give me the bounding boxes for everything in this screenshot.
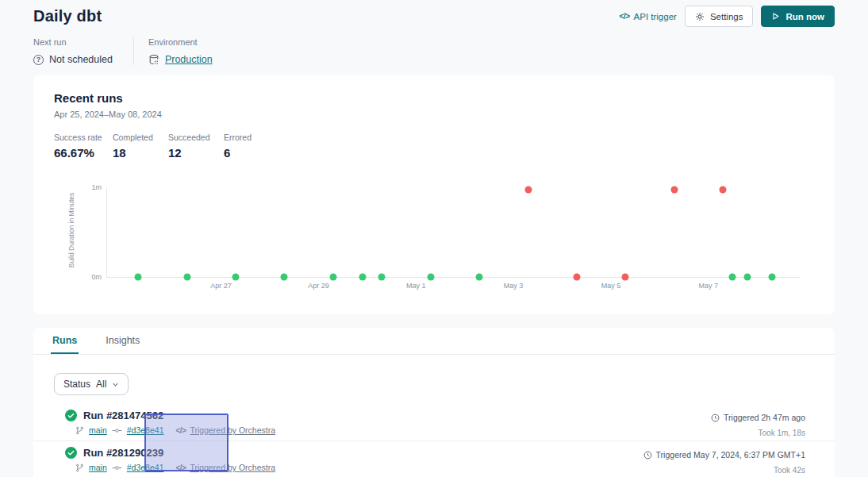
tab-runs[interactable]: Runs — [51, 328, 79, 354]
code-icon: </> — [175, 464, 186, 472]
chart-point-success[interactable] — [768, 274, 775, 281]
chart-xtick: Apr 29 — [308, 282, 329, 290]
chart-point-success[interactable] — [183, 274, 190, 281]
chart-xtick: May 1 — [406, 282, 426, 290]
environment-link[interactable]: Production — [165, 54, 213, 65]
chart-point-success[interactable] — [135, 274, 142, 281]
chart-point-error[interactable] — [524, 187, 532, 194]
settings-button[interactable]: Settings — [685, 6, 754, 27]
run-triggered-text: Triggered May 7, 2024, 6:37 PM GMT+1 — [656, 450, 805, 460]
trigger-source-label: Triggered by Orchestra — [190, 463, 275, 472]
chart-point-success[interactable] — [281, 274, 288, 281]
stat-value: 18 — [113, 146, 168, 160]
stat-label: Completed — [113, 133, 168, 142]
chart-point-success[interactable] — [743, 274, 751, 281]
run-row[interactable]: Run #281474562 main #d3e8e41 </> — [33, 404, 835, 441]
api-trigger-link[interactable]: </> API trigger — [620, 12, 677, 21]
trigger-source-link[interactable]: </> Triggered by Orchestra — [175, 425, 275, 435]
run-now-button[interactable]: Run now — [761, 6, 835, 27]
chart-point-success[interactable] — [378, 274, 386, 281]
run-title[interactable]: Run #281290239 — [83, 447, 163, 459]
run-duration-text: Took 42s — [643, 466, 805, 475]
branch-link[interactable]: main — [89, 463, 107, 472]
next-run-label: Next run — [33, 37, 113, 47]
stat-label: Success rate — [54, 133, 113, 142]
environment-label: Environment — [148, 37, 213, 47]
run-now-label: Run now — [785, 12, 824, 21]
next-run-text: Not scheduled — [49, 54, 113, 65]
tabs: Runs Insights — [33, 328, 835, 355]
stat-label: Errored — [224, 133, 252, 142]
git-branch-icon — [75, 464, 84, 472]
tab-insights[interactable]: Insights — [104, 328, 141, 354]
run-title[interactable]: Run #281474562 — [83, 410, 163, 421]
build-duration-chart: Build Duration in Minutes 1m 0m Apr 27Ap… — [54, 171, 814, 290]
settings-label: Settings — [710, 12, 743, 21]
chart-point-error[interactable] — [573, 274, 580, 281]
help-icon: ? — [33, 55, 44, 65]
chart-point-error[interactable] — [720, 187, 727, 194]
run-row[interactable]: Run #281290239 main #d3e8e41 </> — [33, 441, 835, 477]
status-filter[interactable]: Status All — [54, 373, 129, 395]
trigger-source-link[interactable]: </> Triggered by Orchestra — [175, 463, 275, 472]
stat-label: Succeeded — [168, 133, 224, 142]
chart-ytick-0m: 0m — [91, 273, 102, 281]
check-circle-icon — [65, 447, 77, 459]
next-run-value: ? Not scheduled — [33, 54, 113, 65]
commit-icon — [112, 464, 122, 472]
page-header: Daily dbt </> API trigger Settings — [0, 0, 868, 27]
git-branch-icon — [75, 426, 84, 435]
job-page: Daily dbt </> API trigger Settings — [0, 0, 868, 477]
commit-icon — [112, 426, 122, 435]
runs-list: Run #281474562 main #d3e8e41 </> — [33, 404, 835, 477]
stat-value: 6 — [224, 146, 252, 160]
chart-xtick: May 3 — [504, 282, 524, 290]
code-icon: </> — [620, 12, 630, 21]
chart-point-success[interactable] — [329, 274, 336, 281]
chart-point-success[interactable] — [427, 274, 434, 281]
stat-value: 66.67% — [54, 146, 113, 160]
branch-link[interactable]: main — [89, 425, 107, 435]
chart-xtick: Apr 27 — [210, 282, 232, 290]
recent-runs-title: Recent runs — [54, 91, 814, 105]
environment-section: Environment Production — [133, 37, 233, 65]
next-run-section: Next run ? Not scheduled — [33, 37, 133, 65]
chart-ytick-1m: 1m — [91, 183, 102, 191]
api-trigger-label: API trigger — [634, 12, 677, 21]
check-circle-icon — [65, 410, 77, 421]
database-icon — [148, 54, 159, 65]
stat-succeeded: Succeeded 12 — [168, 133, 224, 160]
page-title: Daily dbt — [33, 7, 102, 25]
stat-completed: Completed 18 — [113, 133, 168, 160]
chart-xtick: May 5 — [601, 282, 621, 290]
play-icon — [771, 12, 780, 21]
chart-point-success[interactable] — [476, 274, 483, 281]
run-triggered-text: Triggered 2h 47m ago — [724, 413, 805, 422]
chevron-down-icon — [112, 381, 119, 388]
chart-point-success[interactable] — [359, 274, 366, 281]
recent-runs-card: Recent runs Apr 25, 2024–May 08, 2024 Su… — [33, 75, 835, 314]
commit-link[interactable]: #d3e8e41 — [127, 425, 164, 435]
stat-errored: Errored 6 — [224, 133, 252, 160]
code-icon: </> — [175, 426, 186, 435]
chart-point-error[interactable] — [622, 274, 629, 281]
stats-row: Success rate 66.67% Completed 18 Succeed… — [54, 133, 814, 160]
chart-point-success[interactable] — [729, 274, 736, 281]
clock-icon — [711, 414, 720, 422]
clock-icon — [643, 451, 652, 460]
chart-point-success[interactable] — [232, 274, 240, 281]
chart-point-error[interactable] — [670, 187, 678, 194]
status-filter-label: Status — [63, 379, 90, 390]
chart-xtick: May 7 — [699, 282, 719, 290]
job-meta: Next run ? Not scheduled Environment — [0, 27, 868, 65]
runs-card: Runs Insights Status All Run #281474562 — [33, 328, 835, 477]
status-filter-value: All — [96, 379, 106, 390]
stat-value: 12 — [168, 146, 224, 160]
chart-y-axis-title: Build Duration in Minutes — [67, 193, 75, 268]
chart-plot-area: 1m 0m Apr 27Apr 29May 1May 3May 5May 7 — [106, 187, 801, 278]
stat-success-rate: Success rate 66.67% — [54, 133, 113, 160]
gear-icon — [695, 12, 705, 21]
trigger-source-label: Triggered by Orchestra — [190, 425, 275, 435]
commit-link[interactable]: #d3e8e41 — [127, 463, 164, 472]
run-duration-text: Took 1m, 18s — [711, 429, 805, 437]
